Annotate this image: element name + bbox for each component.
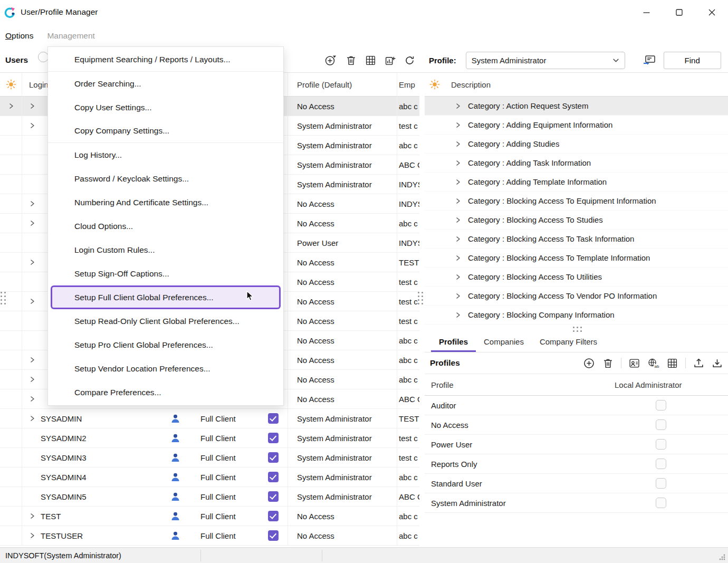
close-button[interactable] — [695, 0, 728, 24]
row-expander-icon[interactable] — [29, 259, 35, 265]
row-expander-icon[interactable] — [29, 376, 35, 383]
local-admin-checkbox[interactable] — [656, 419, 666, 430]
menu-item[interactable]: Copy Company Settings... — [48, 119, 283, 143]
full-client-checkbox[interactable] — [268, 530, 279, 541]
menu-item[interactable]: Login Custom Rules... — [48, 238, 283, 262]
menu-item[interactable]: Setup Pro Client Global Preferences... — [48, 333, 283, 357]
left-edge-splitter[interactable] — [1, 292, 6, 304]
row-expander-icon[interactable] — [455, 122, 461, 128]
row-expander-icon[interactable] — [29, 357, 35, 363]
user-table-row[interactable]: SYSADMIN4 Full Client System Administrat… — [0, 467, 419, 487]
row-expander-icon[interactable] — [455, 312, 461, 318]
export-icon[interactable] — [693, 358, 704, 369]
menu-item[interactable]: Equipment Searching / Reports / Layouts.… — [48, 48, 283, 72]
full-client-checkbox[interactable] — [268, 433, 279, 443]
profile-select[interactable]: System Administrator — [466, 52, 625, 69]
menu-item[interactable]: Setup Sign-Off Captions... — [48, 262, 283, 285]
row-expander-icon[interactable] — [455, 141, 461, 147]
column-options-header[interactable] — [0, 73, 22, 96]
menu-item[interactable]: Order Searching... — [48, 72, 283, 96]
profile-row[interactable]: Reports Only — [425, 454, 728, 474]
resize-grip-icon[interactable] — [717, 552, 726, 561]
column-header-profile[interactable]: Profile — [425, 380, 609, 389]
full-client-checkbox[interactable] — [268, 472, 279, 482]
row-expander-icon[interactable] — [455, 160, 461, 166]
category-row[interactable]: Category : Adding Template Information — [425, 173, 728, 192]
add-profile-button[interactable] — [583, 357, 595, 369]
row-expander-icon[interactable] — [29, 532, 35, 539]
row-expander-icon[interactable] — [29, 396, 35, 402]
tab[interactable]: Company Filters — [532, 332, 605, 352]
users-filter-toggle[interactable] — [38, 52, 49, 62]
grid-view-button[interactable] — [365, 55, 376, 66]
grid-view-button[interactable] — [667, 358, 678, 369]
local-admin-checkbox[interactable] — [656, 459, 666, 469]
user-table-row[interactable]: SYSADMIN2 Full Client System Administrat… — [0, 428, 419, 448]
category-row[interactable]: Category : Blocking Company Information — [425, 306, 728, 325]
user-table-row[interactable]: TESTUSER Full Client No Access abc c — [0, 526, 419, 546]
section-splitter[interactable] — [573, 327, 582, 332]
full-client-checkbox[interactable] — [268, 491, 279, 502]
tab[interactable]: Profiles — [431, 332, 476, 352]
delete-profile-button[interactable] — [602, 358, 614, 369]
row-expander-icon[interactable] — [455, 274, 461, 280]
minimize-button[interactable] — [630, 0, 663, 24]
profile-row[interactable]: Auditor — [425, 396, 728, 415]
row-expander-icon[interactable] — [455, 217, 461, 223]
import-icon[interactable] — [712, 358, 723, 369]
delete-user-button[interactable] — [346, 55, 357, 66]
profile-card-icon[interactable] — [643, 54, 656, 66]
menu-management[interactable]: Management — [47, 31, 94, 41]
category-row[interactable]: Category : Blocking Access To Task Infor… — [425, 230, 728, 249]
row-expander-icon[interactable] — [29, 103, 35, 109]
column-options-header[interactable] — [425, 79, 445, 90]
row-expander-icon[interactable] — [455, 236, 461, 242]
local-admin-checkbox[interactable] — [656, 400, 666, 411]
tab[interactable]: Companies — [476, 332, 532, 352]
row-expander-icon[interactable] — [29, 122, 35, 129]
grid-add-button[interactable] — [385, 55, 396, 66]
category-row[interactable]: Category : Blocking Access To Equipment … — [425, 192, 728, 211]
globe-ab-icon[interactable]: ab — [647, 358, 659, 369]
row-expander-icon[interactable] — [455, 179, 461, 185]
local-admin-checkbox[interactable] — [656, 478, 666, 489]
column-header-emp[interactable]: Emp — [397, 73, 419, 96]
row-expander-icon[interactable] — [455, 255, 461, 261]
maximize-button[interactable] — [663, 0, 695, 24]
category-row[interactable]: Category : Blocking Access To Template I… — [425, 249, 728, 268]
category-row[interactable]: Category : Adding Studies — [425, 135, 728, 154]
user-table-row[interactable]: TEST Full Client No Access abc c — [0, 507, 419, 526]
menu-item[interactable]: Compare Preferences... — [48, 380, 283, 404]
row-expander-icon[interactable] — [455, 198, 461, 204]
user-table-row[interactable]: SYSADMIN3 Full Client System Administrat… — [0, 448, 419, 467]
row-expander-icon[interactable] — [29, 201, 35, 207]
profile-row[interactable]: Power User — [425, 435, 728, 454]
menu-item[interactable]: Setup Vendor Location Preferences... — [48, 357, 283, 380]
column-header-description[interactable]: Description — [445, 80, 491, 89]
full-client-checkbox[interactable] — [268, 413, 279, 424]
row-expander-icon[interactable] — [29, 220, 35, 226]
full-client-checkbox[interactable] — [268, 511, 279, 521]
group-expander-icon[interactable] — [8, 103, 14, 109]
menu-item[interactable]: Password / Keycloak Settings... — [48, 167, 283, 190]
user-table-row[interactable]: SYSADMIN5 Full Client System Administrat… — [0, 487, 419, 507]
add-user-button[interactable] — [324, 54, 337, 66]
column-header-profile[interactable]: Profile (Default) — [288, 73, 397, 96]
category-row[interactable]: Category : Blocking Access To Vendor PO … — [425, 287, 728, 306]
row-expander-icon[interactable] — [29, 415, 35, 422]
local-admin-checkbox[interactable] — [656, 439, 666, 450]
user-table-row[interactable]: SYSADMIN Full Client System Administrato… — [0, 409, 419, 428]
profile-row[interactable]: Standard User — [425, 474, 728, 493]
category-row[interactable]: Category : Blocking Access To Utilities — [425, 268, 728, 287]
menu-item[interactable]: Cloud Options... — [48, 214, 283, 238]
find-button[interactable]: Find — [664, 52, 721, 69]
column-header-local-admin[interactable]: Local Administrator — [609, 380, 728, 389]
panel-splitter[interactable] — [418, 292, 423, 304]
category-row[interactable]: Category : Adding Equipment Information — [425, 116, 728, 135]
menu-item[interactable]: Setup Read-Only Client Global Preference… — [48, 309, 283, 333]
menu-item[interactable]: Log History... — [48, 143, 283, 167]
menu-options[interactable]: Options — [5, 31, 33, 41]
local-admin-checkbox[interactable] — [656, 498, 666, 508]
menu-item[interactable]: Numbering And Certificate Settings... — [48, 190, 283, 214]
category-row[interactable]: Category : Action Request System — [425, 97, 728, 116]
